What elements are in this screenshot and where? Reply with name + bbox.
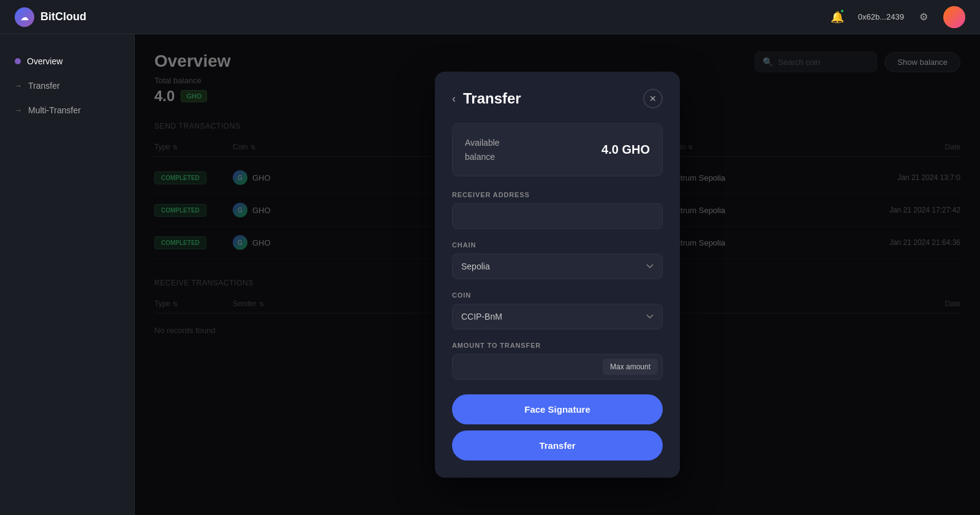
- modal-back-button[interactable]: ‹: [452, 93, 456, 104]
- coin-select[interactable]: CCIP-BnM GHO USDC: [452, 304, 663, 329]
- topnav-right: 🔔 0x62b...2439 ⚙: [826, 6, 965, 28]
- available-balance-value: 4.0 GHO: [601, 143, 650, 157]
- available-balance-card: Availablebalance 4.0 GHO: [452, 123, 663, 176]
- receiver-address-label: RECEIVER ADDRESS: [452, 191, 663, 198]
- notification-dot: [840, 9, 845, 13]
- sidebar-item-multi-transfer[interactable]: → Multi-Transfer: [0, 98, 134, 122]
- sidebar-item-label: Multi-Transfer: [28, 105, 81, 115]
- modal-title: Transfer: [463, 90, 636, 107]
- topnav-left: ☁ BitCloud: [15, 7, 86, 27]
- sidebar: Overview → Transfer → Multi-Transfer: [0, 34, 135, 515]
- chain-label: CHAIN: [452, 241, 663, 249]
- main-layout: Overview → Transfer → Multi-Transfer 🔍 S…: [0, 34, 980, 515]
- modal-overlay[interactable]: ‹ Transfer ✕ Availablebalance 4.0 GHO RE…: [135, 34, 980, 515]
- sidebar-item-overview[interactable]: Overview: [0, 49, 134, 73]
- sidebar-item-label: Overview: [27, 56, 62, 66]
- transfer-submit-button[interactable]: Transfer: [452, 430, 663, 460]
- settings-button[interactable]: ⚙: [914, 7, 933, 27]
- face-signature-button[interactable]: Face Signature: [452, 394, 663, 424]
- active-indicator: [15, 58, 21, 64]
- arrow-icon: →: [15, 106, 22, 115]
- amount-wrap: Max amount: [452, 354, 663, 380]
- arrow-icon: →: [15, 81, 22, 90]
- modal-header: ‹ Transfer ✕: [452, 89, 663, 108]
- sidebar-item-label: Transfer: [28, 81, 60, 91]
- coin-label: COIN: [452, 291, 663, 299]
- main-content: 🔍 Show balance Overview Total balance 4.…: [135, 34, 980, 515]
- avatar[interactable]: [943, 6, 965, 28]
- max-amount-button[interactable]: Max amount: [603, 359, 658, 375]
- topnav: ☁ BitCloud 🔔 0x62b...2439 ⚙: [0, 0, 980, 34]
- app-name: BitCloud: [40, 10, 86, 23]
- amount-label: AMOUNT TO TRANSFER: [452, 342, 663, 349]
- receiver-address-input[interactable]: [452, 203, 663, 229]
- available-balance-label: Availablebalance: [465, 136, 500, 164]
- notifications-button[interactable]: 🔔: [826, 6, 848, 28]
- wallet-address: 0x62b...2439: [858, 12, 904, 21]
- logo-icon: ☁: [15, 7, 34, 27]
- modal-close-button[interactable]: ✕: [643, 89, 663, 108]
- chain-select[interactable]: Sepolia Arbitrum Sepolia Ethereum Mainne…: [452, 254, 663, 279]
- transfer-modal: ‹ Transfer ✕ Availablebalance 4.0 GHO RE…: [435, 72, 680, 478]
- sidebar-item-transfer[interactable]: → Transfer: [0, 73, 134, 98]
